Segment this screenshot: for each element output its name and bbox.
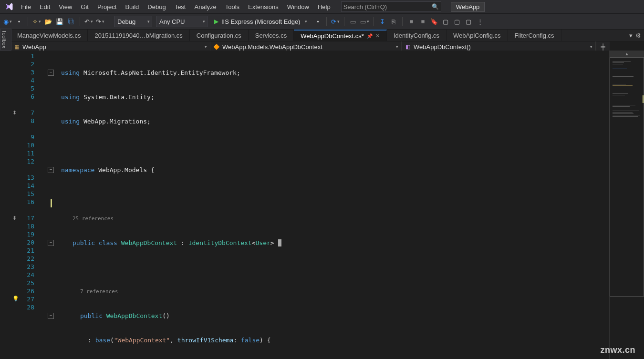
debug-target-more[interactable]: •: [313, 17, 322, 26]
redo-button[interactable]: ↷: [95, 17, 105, 26]
codelens-references[interactable]: 25 references: [73, 215, 114, 222]
codelens-references[interactable]: 7 references: [80, 288, 118, 295]
tab-manage-view-models[interactable]: ManageViewModels.cs: [10, 30, 88, 41]
platform-combo[interactable]: Any CPU: [156, 16, 208, 27]
tab-identity-config[interactable]: IdentityConfig.cs: [387, 30, 447, 41]
start-debug-button[interactable]: ▶ IIS Express (Microsoft Edge): [210, 18, 311, 26]
play-icon: ▶: [214, 18, 218, 25]
search-placeholder: Search (Ctrl+Q): [343, 3, 432, 10]
tab-label: 2015111919040…bMigration.cs: [94, 32, 182, 39]
step-into-button[interactable]: ↧: [377, 17, 387, 26]
toolbar-overflow[interactable]: ⋮: [475, 17, 485, 26]
back-nav-button[interactable]: ◉: [3, 17, 12, 26]
tab-label: ManageViewModels.cs: [17, 32, 81, 39]
open-button[interactable]: 📂: [43, 17, 53, 26]
menu-window[interactable]: Window: [283, 2, 313, 12]
method-icon: ◧: [405, 43, 411, 50]
minimap-body[interactable]: [610, 57, 644, 359]
close-icon[interactable]: ✕: [375, 33, 380, 39]
fold-toggle[interactable]: −: [48, 313, 54, 319]
tab-webapi-config[interactable]: WebApiConfig.cs: [447, 30, 508, 41]
save-all-button[interactable]: ⿻: [66, 17, 76, 26]
class-icon: 🔶: [213, 43, 220, 50]
active-docs-dropdown-icon[interactable]: ▾: [629, 32, 633, 39]
menu-help[interactable]: Help: [314, 2, 334, 12]
menu-analyze[interactable]: Analyze: [190, 2, 220, 12]
run-target-label: IIS Express (Microsoft Edge): [221, 18, 300, 25]
tab-label: WebAppDbContext.cs*: [301, 32, 364, 40]
configuration-combo[interactable]: Debug: [114, 16, 152, 27]
menu-build[interactable]: Build: [121, 2, 143, 12]
indent-button[interactable]: ≡: [418, 17, 427, 26]
nav-member-label: WebAppDbContext(): [414, 43, 471, 51]
tab-label: WebApiConfig.cs: [453, 32, 500, 39]
document-tab-well: ManageViewModels.cs 2015111919040…bMigra…: [10, 30, 644, 41]
menu-extensions[interactable]: Extensions: [244, 2, 282, 12]
refresh-button[interactable]: ⟳: [331, 17, 340, 26]
toolbox-label: Toolbox: [0, 29, 8, 49]
fold-toggle[interactable]: −: [48, 167, 54, 173]
menu-view[interactable]: View: [55, 2, 76, 12]
menu-git[interactable]: Git: [77, 2, 93, 12]
toggle-button[interactable]: ▢: [464, 17, 473, 26]
scroll-up-icon[interactable]: ▲: [610, 51, 644, 57]
nav-class-label: WebApp.Models.WebAppDbContext: [222, 43, 322, 51]
tab-label: Configuration.cs: [197, 32, 241, 39]
bookmark-button[interactable]: 🔖: [429, 17, 439, 26]
lightbulb-icon[interactable]: 💡: [12, 296, 19, 302]
pin-icon[interactable]: 📌: [367, 33, 373, 39]
tab-migration[interactable]: 2015111919040…bMigration.cs: [88, 30, 189, 41]
code-surface[interactable]: −using Microsoft.AspNet.Identity.EntityF…: [44, 51, 610, 359]
indicator-margin: ⬍ ⬍ 💡: [10, 51, 23, 359]
menu-test[interactable]: Test: [171, 2, 190, 12]
vs-logo-icon: [4, 1, 14, 12]
quick-launch-search[interactable]: Search (Ctrl+Q) 🔍: [341, 1, 441, 12]
code-editor[interactable]: 1 2 3 4 5 6 7 8 9 10 11 12 13 14 15 16 1…: [10, 51, 610, 359]
tab-configuration[interactable]: Configuration.cs: [190, 30, 249, 41]
separator: [344, 17, 344, 26]
separator: [80, 17, 80, 26]
fold-toggle[interactable]: −: [48, 70, 54, 76]
tab-label: IdentityConfig.cs: [394, 32, 439, 39]
separator: [402, 17, 403, 26]
main-menu-bar: File Edit View Git Project Build Debug T…: [0, 0, 644, 13]
settings-icon[interactable]: ⚙: [635, 32, 641, 39]
browser-dropdown[interactable]: ▭: [360, 17, 369, 26]
watermark-text: znwx.cn: [600, 345, 635, 355]
tab-services[interactable]: Services.cs: [249, 30, 294, 41]
solution-selector-button[interactable]: WebApp: [451, 2, 485, 12]
menu-project[interactable]: Project: [93, 2, 120, 12]
comment-button[interactable]: ▢: [441, 17, 450, 26]
change-indicator: [51, 199, 52, 207]
outdent-button[interactable]: ≡: [406, 17, 416, 26]
step-over-button[interactable]: ⎘: [389, 17, 398, 26]
nav-project-label: WebApp: [22, 43, 46, 51]
tab-label: Services.cs: [255, 32, 287, 39]
menu-file[interactable]: File: [17, 2, 35, 12]
csharp-project-icon: ▦: [13, 43, 20, 50]
separator: [28, 17, 28, 26]
browser-link-button[interactable]: ▭: [348, 17, 358, 26]
tab-filter-config[interactable]: FilterConfig.cs: [508, 30, 561, 41]
separator: [109, 17, 109, 26]
menu-tools[interactable]: Tools: [221, 2, 243, 12]
undo-button[interactable]: ↶: [84, 17, 93, 26]
search-icon: 🔍: [432, 3, 439, 10]
save-button[interactable]: 💾: [55, 17, 64, 26]
uncomment-button[interactable]: ▢: [452, 17, 462, 26]
separator: [326, 17, 327, 26]
tab-webappdbcontext[interactable]: WebAppDbContext.cs* 📌 ✕: [294, 30, 387, 41]
tab-well-tools: ▾ ⚙: [626, 30, 644, 41]
track-changes-icon[interactable]: ⬍: [12, 110, 17, 116]
override-icon[interactable]: ⬍: [12, 215, 17, 221]
menu-debug[interactable]: Debug: [144, 2, 169, 12]
toolbox-autohide-tab[interactable]: Toolbox: [0, 29, 11, 51]
vertical-scrollbar-map[interactable]: ▲: [609, 51, 644, 359]
fold-toggle[interactable]: −: [48, 240, 54, 246]
standard-toolbar: ◉ • ✧ 📂 💾 ⿻ ↶ ↷ Debug Any CPU ▶ IIS Expr…: [0, 13, 644, 30]
tab-label: FilterConfig.cs: [515, 32, 554, 39]
new-item-button[interactable]: ✧: [32, 17, 42, 26]
forward-nav-button[interactable]: •: [14, 17, 24, 26]
menu-edit[interactable]: Edit: [36, 2, 54, 12]
separator: [373, 17, 374, 26]
